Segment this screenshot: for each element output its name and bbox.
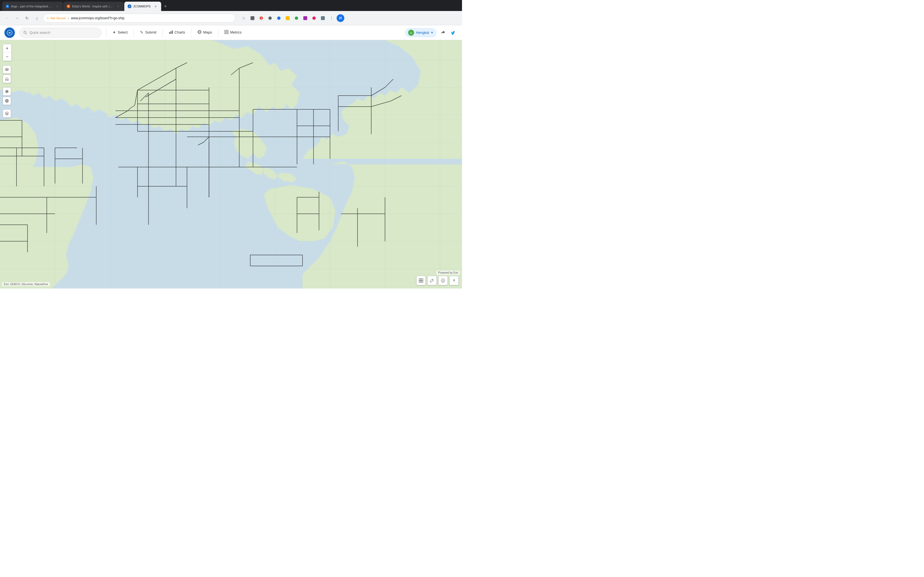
svg-rect-5 [286, 16, 289, 20]
tab-argo[interactable]: A Argo - part of the integrated g... ✕ [2, 2, 63, 11]
browser-menu-icon[interactable]: ⋮ [328, 14, 336, 22]
tab-argo-close[interactable]: ✕ [55, 4, 60, 8]
tab-argo-title: Argo - part of the integrated g... [11, 5, 52, 8]
browser-ext-icon9[interactable] [319, 14, 327, 22]
select-icon: ✦ [113, 30, 116, 35]
nav-charts[interactable]: Charts [165, 25, 189, 40]
nav-metrics[interactable]: Metrics [221, 25, 246, 40]
svg-text:H: H [410, 32, 412, 34]
svg-text:1: 1 [260, 17, 262, 20]
svg-rect-9 [321, 16, 325, 20]
browser-ext-icon8[interactable] [310, 14, 318, 22]
search-placeholder: Quick search [29, 31, 50, 35]
browser-ext-icon2[interactable]: 1 [257, 14, 265, 22]
nav-maps[interactable]: Maps [194, 25, 216, 40]
zoom-out-button[interactable]: − [3, 53, 11, 61]
url-text: www.jcommops.org/board?t=go-ship [71, 16, 124, 20]
reload-button[interactable]: ↻ [23, 14, 31, 22]
svg-rect-19 [225, 30, 226, 32]
svg-point-143 [454, 280, 454, 281]
user-avatar: H [408, 30, 414, 36]
tab-eddy-title: Eddy's World - Inspire self, ins... [72, 5, 113, 8]
maps-icon [197, 30, 202, 35]
edit-map-button[interactable] [427, 276, 437, 285]
svg-rect-22 [227, 32, 228, 34]
nav-maps-label: Maps [203, 30, 212, 34]
browser-ext-icon7[interactable] [301, 14, 309, 22]
browser-ext-icon1[interactable] [249, 14, 256, 22]
submit-icon: ✎ [140, 30, 144, 35]
visibility-button[interactable] [3, 65, 11, 74]
world-map-svg [0, 40, 462, 288]
basemap-toggle-button[interactable] [416, 276, 426, 285]
new-tab-button[interactable]: + [162, 2, 170, 10]
tab-eddy-close[interactable]: ✕ [116, 4, 120, 8]
search-box[interactable]: Quick search [19, 28, 102, 38]
dropdown-arrow-icon: ▼ [431, 31, 433, 34]
home-icon [5, 77, 9, 81]
svg-point-3 [268, 16, 272, 20]
map-background [0, 40, 462, 288]
svg-rect-13 [169, 32, 170, 34]
svg-point-124 [6, 69, 7, 70]
svg-rect-14 [171, 31, 171, 34]
home-nav-button[interactable]: ⌂ [33, 14, 41, 22]
map-info-button[interactable] [438, 276, 448, 285]
svg-point-142 [443, 279, 443, 280]
svg-point-11 [24, 31, 26, 33]
north-arrow-icon [452, 278, 456, 283]
bottom-right-controls [416, 276, 459, 285]
profile-avatar[interactable]: H [337, 14, 344, 22]
tab-jcommops-title: JCOMMOPS [133, 5, 151, 8]
tab-bar: A Argo - part of the integrated g... ✕ E… [0, 0, 462, 11]
controls-spacer-2 [3, 84, 11, 86]
compass-button[interactable] [3, 87, 11, 96]
browser-ext-icon3[interactable] [266, 14, 274, 22]
info-icon [441, 278, 445, 283]
user-menu-button[interactable]: H Hengkai ▼ [405, 28, 437, 37]
security-icon: ⚠ [47, 16, 49, 19]
svg-rect-7 [303, 16, 307, 20]
svg-rect-21 [225, 32, 226, 34]
bookmark-star-icon[interactable]: ☆ [240, 14, 247, 22]
globe-button[interactable] [3, 97, 11, 105]
back-button[interactable]: ← [3, 14, 11, 22]
zoom-controls: + − [3, 44, 11, 61]
browser-ext-icon5[interactable] [284, 14, 291, 22]
url-bar[interactable]: ⚠ Not Secure | www.jcommops.org/board?t=… [43, 14, 236, 23]
eye-icon [5, 68, 9, 71]
divider-1 [106, 28, 107, 37]
powered-by: Powered by Esri [436, 271, 460, 275]
svg-line-139 [432, 279, 433, 280]
controls-spacer-1 [3, 62, 11, 64]
nav-metrics-label: Metrics [230, 30, 242, 34]
browser-ext-icon6[interactable] [292, 14, 300, 22]
grid-view-icon [419, 278, 423, 283]
svg-rect-0 [250, 16, 254, 20]
powered-by-text: Powered by Esri [438, 271, 458, 274]
tab-eddy[interactable]: E Eddy's World - Inspire self, ins... ✕ [63, 2, 124, 11]
north-arrow-button[interactable] [449, 276, 459, 285]
map-area[interactable]: + − [0, 40, 462, 288]
svg-point-8 [312, 16, 316, 20]
browser-ext-icon4[interactable] [275, 14, 283, 22]
forward-button[interactable]: → [13, 14, 21, 22]
layers-button[interactable] [3, 110, 11, 118]
tab-jcommops[interactable]: J JCOMMOPS ✕ [124, 2, 161, 11]
pencil-icon [430, 278, 434, 283]
attribution-text: Esri, GEBCO, DeLorme, NaturalVue [4, 283, 48, 286]
nav-select[interactable]: ✦ Select [108, 25, 131, 40]
svg-point-6 [295, 16, 298, 20]
share-button[interactable] [439, 28, 448, 37]
twitter-button[interactable] [449, 28, 457, 37]
app-logo[interactable] [5, 27, 15, 38]
globe-icon [5, 99, 9, 103]
user-name: Hengkai [416, 31, 429, 35]
tab-jcommops-close[interactable]: ✕ [153, 4, 158, 8]
svg-rect-20 [227, 30, 228, 32]
nav-charts-label: Charts [174, 30, 185, 34]
home-map-button[interactable] [3, 75, 11, 83]
nav-submit[interactable]: ✎ Submit [136, 25, 160, 40]
zoom-in-button[interactable]: + [3, 44, 11, 53]
search-icon [23, 31, 27, 35]
